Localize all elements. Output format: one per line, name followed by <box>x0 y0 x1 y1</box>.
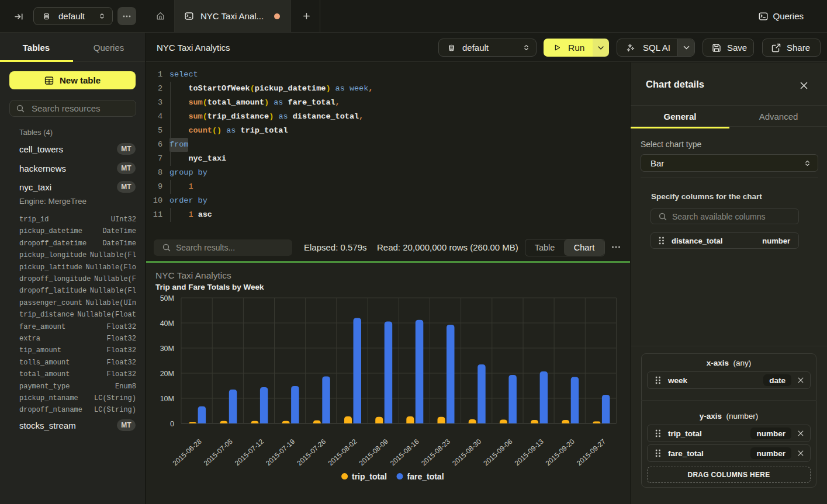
svg-text:30M: 30M <box>160 345 174 353</box>
svg-text:10M: 10M <box>160 395 174 403</box>
svg-text:2015-09-27: 2015-09-27 <box>575 437 607 468</box>
svg-text:2015-09-06: 2015-09-06 <box>482 437 514 468</box>
svg-text:2015-08-23: 2015-08-23 <box>420 437 452 468</box>
svg-text:2015-07-05: 2015-07-05 <box>202 437 234 468</box>
svg-text:2015-07-26: 2015-07-26 <box>295 437 327 468</box>
svg-text:2015-07-19: 2015-07-19 <box>264 437 296 468</box>
svg-text:2015-06-28: 2015-06-28 <box>171 437 203 468</box>
svg-text:fare_total: fare_total <box>407 472 444 481</box>
svg-text:2015-07-12: 2015-07-12 <box>233 437 265 468</box>
svg-text:2015-09-13: 2015-09-13 <box>513 437 545 468</box>
svg-text:2015-08-16: 2015-08-16 <box>389 437 421 468</box>
svg-text:0: 0 <box>170 420 174 428</box>
svg-text:50M: 50M <box>160 294 174 303</box>
svg-text:2015-08-02: 2015-08-02 <box>327 437 359 468</box>
svg-text:20M: 20M <box>160 370 174 378</box>
svg-text:trip_total: trip_total <box>352 472 387 481</box>
svg-text:40M: 40M <box>160 319 174 328</box>
svg-text:2015-08-09: 2015-08-09 <box>358 437 390 468</box>
svg-text:2015-08-30: 2015-08-30 <box>451 437 483 468</box>
svg-text:2015-09-20: 2015-09-20 <box>544 437 576 468</box>
